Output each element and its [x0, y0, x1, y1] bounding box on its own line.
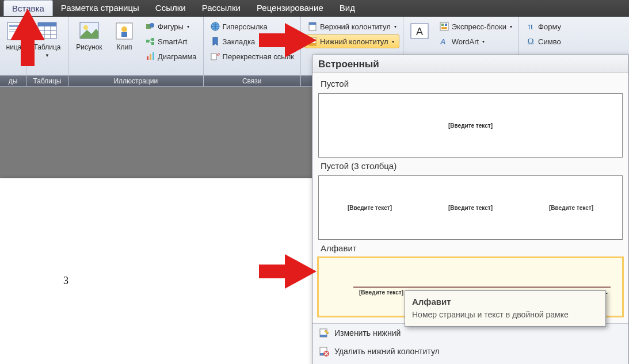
gallery-heading: Встроенный [312, 55, 628, 73]
chart-button[interactable]: Диаграмма [142, 49, 200, 63]
svg-rect-22 [147, 56, 148, 60]
wordart-label: WordArt [452, 37, 479, 46]
quickparts-label: Экспресс-блоки [452, 22, 506, 31]
svg-rect-34 [441, 24, 444, 26]
crossref-button[interactable]: Перекрестная ссылк [207, 49, 297, 63]
smartart-button[interactable]: SmartArt [142, 35, 200, 48]
group-illustrations-label: Иллюстрации [68, 75, 203, 86]
placeholder-text: [Введите текст] [359, 289, 403, 296]
svg-rect-18 [151, 38, 154, 41]
hyperlink-button[interactable]: Гиперссылка [207, 20, 297, 33]
page-number: 3 [63, 275, 68, 287]
shapes-icon [145, 21, 155, 32]
group-pages-label: ды [0, 75, 26, 86]
picture-icon [79, 21, 100, 41]
gallery-empty-title: Пустой [321, 79, 620, 89]
clip-icon [114, 21, 135, 41]
chart-icon [145, 51, 155, 62]
group-tables-label: Таблицы [26, 75, 68, 86]
picture-label: Рисунок [76, 43, 102, 51]
crossref-icon [210, 51, 220, 62]
clip-label: Клип [116, 43, 132, 51]
smartart-label: SmartArt [158, 37, 187, 46]
edit-icon [318, 327, 330, 339]
remove-icon [318, 346, 330, 357]
svg-rect-23 [150, 54, 151, 60]
symbol-label: Симво [538, 37, 561, 46]
remove-footer-label: Удалить нижний колонтитул [334, 347, 440, 356]
tab-strip: Вставка Разметка страницы Ссылки Рассылк… [0, 0, 629, 17]
remove-footer-button[interactable]: Удалить нижний колонтитул [312, 342, 628, 361]
group-links-label: Связи [204, 75, 300, 86]
double-rule [353, 286, 611, 288]
footer-label: Нижний колонтитул [320, 37, 388, 46]
shapes-label: Фигуры [158, 22, 184, 31]
wordart-icon: A [439, 36, 449, 47]
svg-rect-39 [320, 335, 327, 337]
gallery-alphabet-title: Алфавит [321, 243, 620, 253]
footer-button[interactable]: Нижний колонтитул▾ [304, 35, 399, 48]
equation-button[interactable]: π Форму [523, 20, 564, 33]
clip-button[interactable]: Клип [110, 18, 139, 75]
svg-line-21 [149, 41, 151, 43]
svg-rect-26 [211, 53, 216, 60]
picture-button[interactable]: Рисунок [72, 18, 106, 75]
svg-rect-14 [121, 32, 127, 37]
hyperlink-label: Гиперссылка [223, 22, 268, 31]
placeholder-text: [Введите текст] [348, 205, 392, 211]
svg-rect-35 [445, 24, 447, 26]
svg-line-20 [149, 39, 151, 41]
quickparts-icon [439, 21, 449, 32]
svg-text:A: A [440, 37, 445, 46]
crossref-label: Перекрестная ссылк [223, 52, 294, 61]
shapes-button[interactable]: Фигуры▾ [142, 20, 200, 33]
textbox-icon: A [409, 21, 430, 41]
globe-icon [210, 21, 220, 32]
svg-text:A: A [416, 26, 423, 37]
equation-label: Форму [538, 22, 561, 31]
svg-point-11 [83, 25, 88, 30]
gallery-three-title: Пустой (3 столбца) [321, 161, 620, 171]
tooltip: Алфавит Номер страницы и текст в двойной… [405, 290, 606, 327]
header-label: Верхний колонтитул [320, 22, 391, 31]
wordart-button[interactable]: A WordArt▾ [436, 35, 515, 48]
edit-footer-label: Изменить нижний [334, 328, 401, 338]
symbol-button[interactable]: Ω Симво [523, 35, 564, 48]
tab-references[interactable]: Ссылки [147, 0, 194, 16]
smartart-icon [145, 36, 155, 47]
tooltip-title: Алфавит [412, 297, 598, 306]
save-selection-button: Сохранить выделенный фрагмент в коллекци… [312, 361, 628, 364]
quickparts-button[interactable]: Экспресс-блоки▾ [436, 20, 515, 33]
svg-rect-19 [151, 42, 154, 45]
dropdown-icon: ▼ [45, 53, 49, 58]
omega-icon: Ω [525, 36, 536, 47]
tab-review[interactable]: Рецензирование [249, 0, 331, 16]
tooltip-desc: Номер страницы и текст в двойной рамке [412, 310, 598, 319]
annotation-arrow-3 [285, 254, 317, 289]
gallery-item-three[interactable]: [Введите текст] [Введите текст] [Введите… [318, 175, 623, 240]
gallery-footer-commands: Изменить нижний Удалить нижний колонтиту… [312, 323, 628, 364]
tab-page-layout[interactable]: Разметка страницы [53, 0, 147, 16]
placeholder-text: [Введите текст] [549, 205, 593, 211]
table-label: Таблица [33, 43, 60, 51]
header-button[interactable]: Верхний колонтитул▾ [304, 20, 399, 33]
svg-point-16 [150, 23, 154, 28]
gallery-item-empty[interactable]: [Введите текст] [318, 93, 623, 158]
svg-point-13 [121, 26, 127, 32]
bookmark-icon [210, 36, 220, 47]
placeholder-text: [Введите текст] [448, 205, 493, 211]
tab-mailings[interactable]: Рассылки [194, 0, 249, 16]
bookmark-label: Закладка [223, 37, 256, 46]
placeholder-text: [Введите текст] [448, 122, 493, 129]
svg-rect-36 [441, 27, 447, 29]
svg-rect-24 [153, 52, 154, 60]
cover-page-label: ница [6, 43, 22, 51]
annotation-arrow-1 [10, 9, 45, 40]
annotation-arrow-2 [285, 23, 317, 58]
pi-icon: π [525, 21, 536, 32]
svg-rect-17 [146, 40, 149, 43]
tab-view[interactable]: Вид [331, 0, 363, 16]
chart-label: Диаграмма [158, 52, 197, 61]
